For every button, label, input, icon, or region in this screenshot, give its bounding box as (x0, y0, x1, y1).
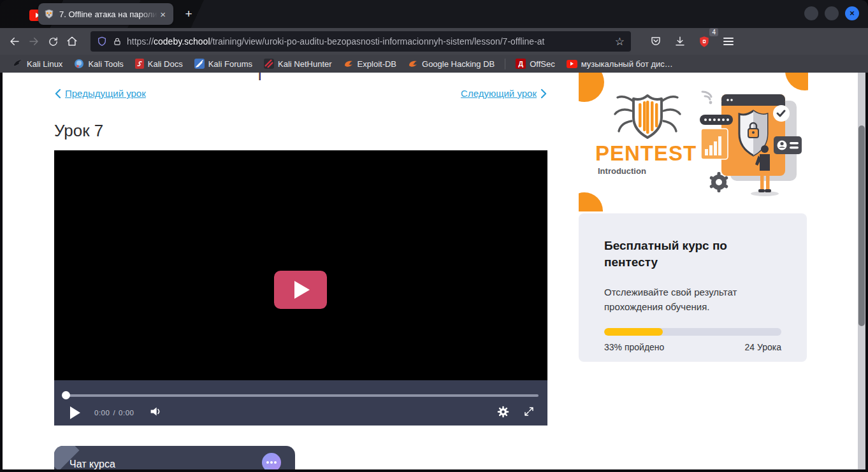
course-progress-card: Бесплатный курс по пентесту Отслеживайте… (579, 213, 807, 362)
url-text[interactable]: https://codeby.school/training/view/urok… (127, 36, 611, 46)
video-progress-handle[interactable] (62, 391, 70, 399)
video-player: 0:00 / 0:00 (54, 150, 547, 426)
tab-close-icon[interactable]: × (157, 8, 168, 20)
kali-nethunter-icon (264, 59, 274, 69)
progress-percent-label: 33% пройдено (604, 342, 664, 352)
volume-button[interactable] (149, 406, 162, 420)
downloads-button[interactable] (670, 32, 690, 51)
current-time: 0:00 (94, 409, 110, 417)
pentest-spider-logo (612, 92, 683, 140)
adblock-extension-button[interactable]: 4 (695, 32, 714, 51)
brand-title: PENTEST (595, 141, 697, 166)
course-chat-widget[interactable]: Чат курса (54, 446, 295, 469)
bookmark-offsec[interactable]: Д OffSec (510, 57, 560, 71)
google-hacking-db-bird-icon (408, 59, 418, 68)
bookmark-kali-docs[interactable]: Kali Docs (130, 57, 188, 71)
title-bar: 7. Offline атака на пароли × + × (0, 0, 868, 28)
chat-bubble-icon[interactable] (262, 453, 281, 469)
next-lesson-link[interactable]: Следующий урок (461, 88, 547, 99)
bookmarks-separator (505, 59, 505, 69)
time-separator: / (113, 409, 115, 417)
bookmark-label: Kali Forums (208, 59, 252, 69)
forward-button[interactable] (24, 32, 43, 51)
settings-button[interactable] (497, 406, 509, 420)
tab-title: 7. Offline атака на пароли (59, 10, 157, 19)
gear-icon (497, 406, 509, 418)
url-domain: codeby.school (154, 36, 210, 46)
bookmark-label: Kali Docs (148, 59, 183, 69)
course-banner: PENTEST Introduction (579, 73, 808, 211)
download-icon (674, 36, 686, 47)
previous-lesson-label: Предыдущий урок (65, 88, 146, 99)
bookmark-exploit-db[interactable]: Exploit-DB (338, 57, 401, 71)
kali-forums-icon (194, 59, 205, 69)
bookmark-label: Kali NetHunter (278, 59, 332, 69)
kali-docs-book-icon (135, 59, 144, 69)
orange-blob-decoration (579, 192, 603, 211)
bookmark-kali-tools[interactable]: Kali Tools (69, 57, 128, 71)
brand-subtitle: Introduction (598, 166, 646, 176)
youtube-icon (567, 60, 577, 68)
orange-blob-decoration (579, 73, 604, 102)
browser-window: 7. Offline атака на пароли × + × https (0, 0, 868, 472)
pocket-button[interactable] (646, 32, 665, 51)
bookmark-kali-forums[interactable]: Kali Forums (189, 57, 257, 71)
kali-tools-icon (74, 59, 84, 69)
reload-icon (48, 36, 59, 47)
url-path: /training/view/uroki-po-auditu-bezopasno… (210, 36, 545, 46)
tracking-protection-shield-icon[interactable] (97, 36, 107, 46)
time-display: 0:00 / 0:00 (94, 409, 134, 417)
extension-badge: 4 (709, 28, 718, 36)
chevron-left-icon (54, 89, 61, 99)
video-controls-bar: 0:00 / 0:00 (54, 380, 547, 426)
big-play-button[interactable] (274, 271, 327, 309)
course-progress-fill (604, 328, 663, 336)
course-card-title: Бесплатный курс по пентесту (604, 238, 763, 271)
bookmark-kali-nethunter[interactable]: Kali NetHunter (259, 57, 337, 71)
duration: 0:00 (119, 409, 134, 417)
bookmark-label: Google Hacking DB (422, 59, 495, 69)
video-progress-bar[interactable] (64, 394, 539, 397)
page-content: Предыдущий урок Следующий урок Урок 7 0:… (3, 73, 865, 469)
pocket-icon (650, 36, 662, 47)
fullscreen-icon (523, 406, 535, 417)
bookmark-label: Kali Tools (88, 59, 123, 69)
lesson-navigation: Предыдущий урок Следующий урок (54, 88, 547, 99)
url-bar[interactable]: https://codeby.school/training/view/urok… (90, 31, 631, 52)
course-card-description: Отслеживайте свой результат прохождения … (604, 285, 763, 314)
next-lesson-label: Следующий урок (461, 88, 537, 99)
bookmark-label: музыкальный бот дис… (581, 59, 673, 69)
back-arrow-icon (9, 36, 20, 47)
new-tab-button[interactable]: + (181, 6, 196, 22)
active-tab[interactable]: 7. Offline атака на пароли × (38, 3, 173, 25)
lesson-title: Урок 7 (54, 121, 103, 141)
url-scheme: https:// (127, 36, 154, 46)
bookmark-google-hacking-db[interactable]: Google Hacking DB (403, 57, 500, 71)
bookmark-kali-linux[interactable]: Kali Linux (8, 57, 68, 71)
lock-icon[interactable] (113, 37, 122, 46)
reload-button[interactable] (43, 32, 62, 51)
window-close-button[interactable]: × (845, 6, 859, 20)
chat-title: Чат курса (69, 459, 115, 469)
kali-linux-dragon-icon (13, 59, 23, 69)
back-button[interactable] (5, 32, 24, 51)
course-progress-track (604, 328, 781, 336)
bookmark-star-icon[interactable]: ☆ (615, 35, 625, 48)
page-scrollbar-track[interactable] (858, 73, 865, 469)
previous-lesson-link[interactable]: Предыдущий урок (54, 88, 146, 99)
fullscreen-button[interactable] (523, 406, 535, 420)
navigation-toolbar: https://codeby.school/training/view/urok… (0, 28, 868, 55)
forward-arrow-icon (28, 36, 40, 47)
video-screen[interactable] (54, 150, 547, 380)
play-button-icon[interactable] (70, 406, 80, 419)
menu-button[interactable] (719, 32, 738, 51)
course-banner-illustration (697, 87, 804, 199)
page-scrollbar-thumb[interactable] (858, 125, 865, 326)
bookmark-label: OffSec (530, 59, 555, 69)
home-button[interactable] (62, 32, 82, 51)
bookmark-music-bot[interactable]: музыкальный бот дис… (561, 57, 678, 71)
partial-site-logo (259, 73, 261, 80)
window-minimize-button[interactable] (804, 6, 818, 20)
offsec-icon: Д (516, 59, 526, 69)
window-maximize-button[interactable] (825, 6, 839, 20)
